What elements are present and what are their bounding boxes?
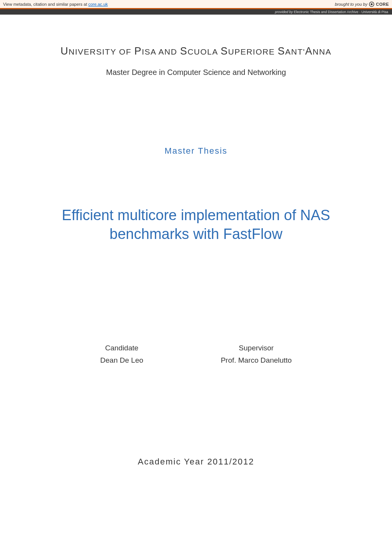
core-brand-text: CORE bbox=[376, 2, 389, 7]
metadata-banner: View metadata, citation and similar pape… bbox=[0, 0, 392, 9]
candidate-name: Dean De Leo bbox=[100, 356, 143, 365]
core-logo-icon bbox=[369, 2, 374, 7]
degree-name: Master Degree in Computer Science and Ne… bbox=[38, 68, 354, 77]
thesis-title: Efficient multicore implementation of NA… bbox=[38, 206, 354, 244]
banner-right: brought to you by CORE bbox=[335, 2, 389, 7]
core-link[interactable]: core.ac.uk bbox=[88, 2, 108, 7]
people-row: Candidate Dean De Leo Supervisor Prof. M… bbox=[38, 344, 354, 365]
candidate-role: Candidate bbox=[100, 344, 143, 352]
svg-point-1 bbox=[371, 3, 373, 5]
university-name: UNIVERSITY OF PISA AND SCUOLA SUPERIORE … bbox=[38, 45, 354, 57]
provided-by-text: provided by bbox=[275, 10, 294, 14]
supervisor-role: Supervisor bbox=[221, 344, 292, 352]
document-page: UNIVERSITY OF PISA AND SCUOLA SUPERIORE … bbox=[0, 15, 392, 482]
banner-left: View metadata, citation and similar pape… bbox=[3, 2, 108, 7]
banner-prefix: View metadata, citation and similar pape… bbox=[3, 2, 88, 7]
candidate-block: Candidate Dean De Leo bbox=[100, 344, 143, 365]
brought-by-text: brought to you by bbox=[335, 2, 367, 7]
provider-bar: provided by Electronic Thesis and Disser… bbox=[0, 9, 392, 15]
supervisor-block: Supervisor Prof. Marco Danelutto bbox=[221, 344, 292, 365]
archive-name: Electronic Thesis and Dissertation Archi… bbox=[294, 10, 388, 14]
thesis-label: Master Thesis bbox=[38, 146, 354, 156]
supervisor-name: Prof. Marco Danelutto bbox=[221, 356, 292, 365]
academic-year: Academic Year 2011/2012 bbox=[38, 457, 354, 467]
